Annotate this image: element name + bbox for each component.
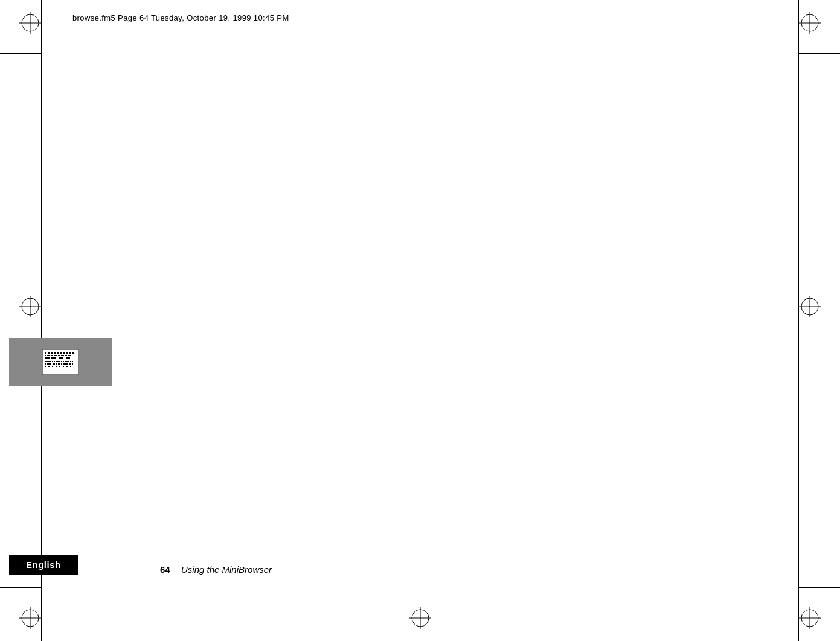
svg-rect-70 bbox=[69, 363, 71, 365]
svg-rect-52 bbox=[57, 361, 59, 362]
footer-page-number: 64 bbox=[160, 564, 170, 575]
svg-rect-24 bbox=[48, 352, 50, 354]
svg-rect-29 bbox=[63, 352, 65, 354]
svg-rect-49 bbox=[52, 361, 53, 362]
svg-rect-47 bbox=[48, 361, 50, 362]
svg-rect-59 bbox=[70, 361, 71, 362]
rule-bottom-right bbox=[799, 587, 840, 588]
svg-rect-69 bbox=[66, 363, 68, 365]
border-right bbox=[798, 0, 799, 641]
svg-rect-61 bbox=[45, 363, 46, 365]
reg-mark-bottom-center bbox=[409, 607, 431, 629]
reg-mark-mid-right bbox=[799, 296, 821, 317]
svg-rect-39 bbox=[65, 355, 67, 356]
svg-rect-37 bbox=[58, 355, 60, 356]
svg-rect-28 bbox=[60, 352, 62, 354]
svg-rect-40 bbox=[68, 355, 71, 356]
svg-rect-78 bbox=[66, 366, 68, 367]
svg-rect-68 bbox=[63, 363, 66, 365]
svg-rect-36 bbox=[54, 355, 57, 356]
svg-rect-57 bbox=[66, 361, 68, 362]
rule-bottom-left bbox=[0, 587, 41, 588]
svg-rect-65 bbox=[56, 363, 57, 365]
www-icon bbox=[42, 349, 79, 375]
svg-rect-35 bbox=[51, 355, 53, 356]
reg-mark-bottom-left bbox=[19, 607, 41, 629]
reg-mark-mid-left bbox=[19, 296, 41, 317]
svg-rect-53 bbox=[59, 361, 60, 362]
svg-rect-79 bbox=[70, 366, 71, 367]
footer-language-label: English bbox=[9, 555, 78, 575]
svg-rect-32 bbox=[72, 352, 74, 354]
image-area bbox=[9, 338, 112, 386]
reg-mark-top-left bbox=[19, 12, 41, 34]
svg-rect-48 bbox=[50, 361, 51, 362]
svg-rect-34 bbox=[47, 355, 50, 356]
svg-rect-67 bbox=[61, 363, 62, 365]
svg-rect-41 bbox=[45, 357, 50, 359]
svg-rect-56 bbox=[65, 361, 66, 362]
svg-rect-27 bbox=[57, 352, 59, 354]
svg-rect-44 bbox=[66, 357, 70, 359]
svg-rect-55 bbox=[63, 361, 64, 362]
svg-rect-63 bbox=[50, 363, 51, 365]
svg-rect-72 bbox=[45, 366, 46, 367]
rule-top-left bbox=[0, 53, 41, 54]
svg-rect-54 bbox=[61, 361, 62, 362]
svg-rect-42 bbox=[51, 357, 56, 359]
reg-mark-top-right bbox=[799, 12, 821, 34]
svg-rect-74 bbox=[52, 366, 53, 367]
svg-rect-31 bbox=[69, 352, 71, 354]
svg-rect-23 bbox=[45, 352, 46, 354]
svg-rect-66 bbox=[58, 363, 60, 365]
svg-rect-46 bbox=[46, 361, 48, 362]
header-text: browse.fm5 Page 64 Tuesday, October 19, … bbox=[72, 13, 289, 22]
svg-rect-75 bbox=[56, 366, 57, 367]
svg-rect-25 bbox=[51, 352, 53, 354]
reg-mark-bottom-right bbox=[799, 607, 821, 629]
rule-top-right bbox=[799, 53, 840, 54]
svg-rect-58 bbox=[68, 361, 69, 362]
svg-rect-38 bbox=[61, 355, 64, 356]
svg-rect-62 bbox=[47, 363, 50, 365]
svg-rect-51 bbox=[56, 361, 57, 362]
svg-rect-33 bbox=[45, 355, 46, 356]
svg-rect-76 bbox=[59, 366, 60, 367]
svg-rect-45 bbox=[45, 361, 46, 362]
svg-rect-26 bbox=[54, 352, 56, 354]
svg-rect-60 bbox=[72, 361, 73, 362]
svg-rect-73 bbox=[48, 366, 50, 367]
svg-rect-71 bbox=[72, 363, 73, 365]
svg-rect-50 bbox=[54, 361, 55, 362]
svg-rect-64 bbox=[53, 363, 55, 365]
svg-rect-30 bbox=[66, 352, 68, 354]
footer-page-title: Using the MiniBrowser bbox=[181, 564, 272, 575]
svg-rect-77 bbox=[63, 366, 64, 367]
border-left bbox=[41, 0, 42, 641]
svg-rect-43 bbox=[59, 357, 63, 359]
